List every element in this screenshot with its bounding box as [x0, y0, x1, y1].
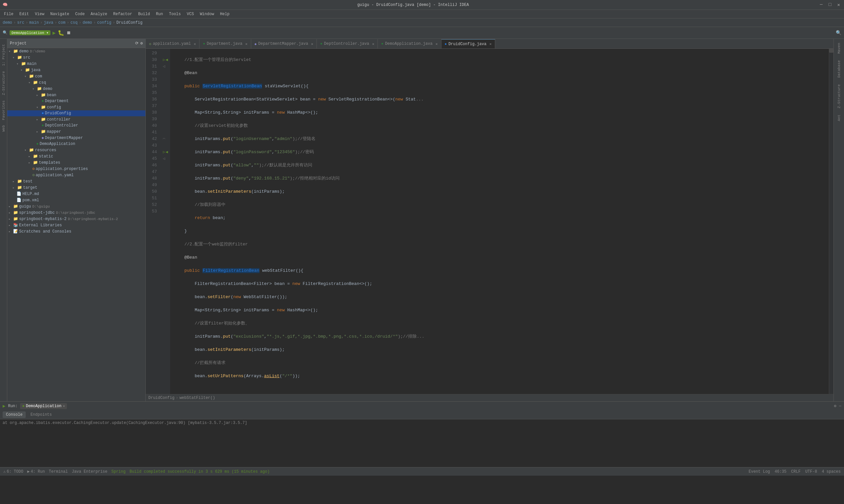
crumb-config[interactable]: config	[97, 20, 111, 25]
statusbar-todo[interactable]: ⚠ 6: TODO	[3, 469, 23, 474]
tree-item-controller[interactable]: ▸ 📁 controller	[7, 116, 145, 123]
close-run-tab[interactable]: ✕	[63, 404, 65, 408]
run-demoapplication-tab[interactable]: ● DemoApplication ✕	[20, 403, 67, 409]
search-everywhere-button[interactable]: 🔍	[836, 30, 841, 36]
tree-item-static[interactable]: ▸ 📁 static	[7, 153, 145, 159]
tree-item-scratches[interactable]: ▸ 📝 Scratches and Consoles	[7, 228, 145, 235]
tab-application-yaml[interactable]: ⚙ application.yaml ✕	[146, 39, 200, 49]
favorites-tab[interactable]: Favorites	[1, 98, 6, 123]
run-minimize-icon[interactable]: ─	[839, 404, 841, 409]
project-header-actions[interactable]: ⟳ ⚙	[135, 41, 143, 46]
tab-departmentmapper[interactable]: ◆ DepartmentMapper.java ✕	[251, 39, 317, 49]
tree-item-csq[interactable]: ▾ 📁 csq	[7, 79, 145, 86]
structure-tab[interactable]: Z-Structure	[1, 69, 6, 98]
tree-item-demo[interactable]: ▾ 📁 demo D:\demo	[7, 48, 145, 54]
close-button[interactable]: ✕	[836, 2, 841, 7]
close-tab-departmentmapper[interactable]: ✕	[311, 42, 313, 46]
crumb-src[interactable]: src	[17, 20, 24, 25]
run-icon[interactable]: ▶	[3, 403, 5, 409]
close-tab-department[interactable]: ✕	[245, 42, 247, 46]
maximize-button[interactable]: □	[827, 2, 832, 7]
tab-druidconfig[interactable]: ● DruidConfig.java ✕	[442, 39, 495, 49]
tree-item-departmentmapper[interactable]: ◆ DepartmentMapper	[7, 135, 145, 141]
stop-button[interactable]: ⏹	[66, 30, 71, 36]
tree-item-application-properties[interactable]: ⚙ application.properties	[7, 166, 145, 172]
toolbar-search-icon[interactable]: 🔍	[3, 30, 7, 35]
tree-item-target[interactable]: ▸ 📁 target	[7, 184, 145, 191]
indent[interactable]: 4 spaces	[822, 469, 841, 474]
menu-build[interactable]: Build	[136, 11, 153, 17]
menu-file[interactable]: File	[1, 11, 16, 17]
statusbar-spring[interactable]: Spring	[111, 469, 126, 474]
ant-tab[interactable]: Ant	[837, 112, 842, 124]
breadcrumb-webstatfilter[interactable]: webStatFilter()	[179, 396, 215, 400]
menu-window[interactable]: Window	[197, 11, 217, 17]
tree-item-resources[interactable]: ▾ 📁 resources	[7, 147, 145, 153]
tree-item-application-yaml[interactable]: ⚙ application.yaml	[7, 172, 145, 178]
database-tab[interactable]: Database	[837, 58, 842, 80]
close-tab-yaml[interactable]: ✕	[194, 42, 196, 46]
tree-item-mapper[interactable]: ▸ 📁 mapper	[7, 128, 145, 135]
tab-department[interactable]: ● Department.java ✕	[200, 39, 251, 49]
project-tab[interactable]: 1: Project	[1, 41, 6, 69]
tree-item-java[interactable]: ▾ 📁 java	[7, 67, 145, 73]
close-tab-deptcontroller[interactable]: ✕	[372, 42, 375, 46]
statusbar-java-enterprise[interactable]: Java Enterprise	[72, 469, 107, 474]
tree-item-springboot-jdbc[interactable]: ▸ 📁 springboot-jdbc D:\springboot-jdbc	[7, 210, 145, 216]
statusbar-run[interactable]: ▶ 4: Run	[28, 469, 45, 474]
code-editor[interactable]: //1.配置一个管理后台的Servlet @Bean public Servle…	[170, 49, 829, 394]
scroll-thumb[interactable]	[829, 49, 833, 53]
menu-tools[interactable]: Tools	[167, 11, 184, 17]
debug-button[interactable]: 🐛	[58, 30, 64, 36]
maven-tab[interactable]: Maven	[837, 40, 842, 56]
tree-item-deptcontroller[interactable]: ● DeptController	[7, 123, 145, 128]
statusbar-terminal[interactable]: Terminal	[49, 469, 68, 474]
close-tab-demoapplication[interactable]: ✕	[435, 42, 438, 46]
zstructure-tab[interactable]: Z-Structure	[837, 82, 842, 111]
scrollbar[interactable]	[829, 49, 833, 394]
menu-help[interactable]: Help	[217, 11, 232, 17]
crumb-java[interactable]: java	[44, 20, 53, 25]
tree-item-help-md[interactable]: 📄 HELP.md	[7, 191, 145, 197]
tree-item-templates[interactable]: ▸ 📁 templates	[7, 159, 145, 166]
tree-item-pom-xml[interactable]: 📄 pom.xml	[7, 197, 145, 203]
tree-item-config[interactable]: ▾ 📁 config	[7, 104, 145, 110]
tree-item-src[interactable]: ▾ 📁 src	[7, 54, 145, 60]
tree-item-com[interactable]: ▾ 📁 com	[7, 73, 145, 79]
menu-code[interactable]: Code	[72, 11, 87, 17]
crumb-csq[interactable]: csq	[71, 20, 78, 25]
tree-item-springboot-mybatis[interactable]: ▸ 📁 springboot-mybatis-2 D:\springboot-m…	[7, 216, 145, 222]
console-tab[interactable]: Console	[3, 411, 26, 418]
sync-icon[interactable]: ⟳	[135, 41, 138, 46]
menu-edit[interactable]: Edit	[17, 11, 32, 17]
run-config-label[interactable]: DemoApplication ▾	[10, 30, 50, 35]
tree-item-guigu[interactable]: ▸ 📁 guigu D:\guigu	[7, 203, 145, 210]
close-tab-druidconfig[interactable]: ✕	[489, 42, 492, 46]
menu-vcs[interactable]: VCS	[184, 11, 197, 17]
run-settings-icon[interactable]: ⚙	[834, 403, 837, 409]
encoding[interactable]: UTF-8	[805, 469, 817, 474]
menu-navigate[interactable]: Navigate	[48, 11, 72, 17]
tree-item-external-libraries[interactable]: ▸ 📚 External Libraries	[7, 222, 145, 228]
menu-view[interactable]: View	[32, 11, 47, 17]
tree-item-druidconfig[interactable]: ● DruidConfig	[7, 110, 145, 116]
settings-icon[interactable]: ⚙	[140, 41, 143, 46]
tree-item-test[interactable]: ▸ 📁 test	[7, 178, 145, 184]
crumb-com[interactable]: com	[58, 20, 66, 25]
endpoints-tab[interactable]: Endpoints	[27, 411, 55, 418]
run-button[interactable]: ▶	[52, 30, 56, 36]
web-tab[interactable]: Web	[1, 123, 6, 134]
menu-run[interactable]: Run	[153, 11, 166, 17]
crumb-druidconfig[interactable]: DruidConfig	[116, 20, 142, 25]
breadcrumb-druidconfig[interactable]: DruidConfig	[148, 396, 174, 400]
tree-item-demo2[interactable]: ▾ 📁 demo	[7, 86, 145, 92]
crumb-demo2[interactable]: demo	[82, 20, 92, 25]
crumb-demo[interactable]: demo	[3, 20, 12, 25]
tab-demoapplication[interactable]: ● DemoApplication.java ✕	[378, 39, 441, 49]
crumb-main[interactable]: main	[29, 20, 39, 25]
tree-item-bean[interactable]: ▸ 📁 bean	[7, 92, 145, 98]
event-log[interactable]: Event Log	[749, 469, 770, 474]
tree-item-demoapplication[interactable]: ● DemoApplication	[7, 141, 145, 147]
tab-deptcontroller[interactable]: ● DeptController.java ✕	[317, 39, 378, 49]
tree-item-main[interactable]: ▾ 📁 main	[7, 60, 145, 67]
